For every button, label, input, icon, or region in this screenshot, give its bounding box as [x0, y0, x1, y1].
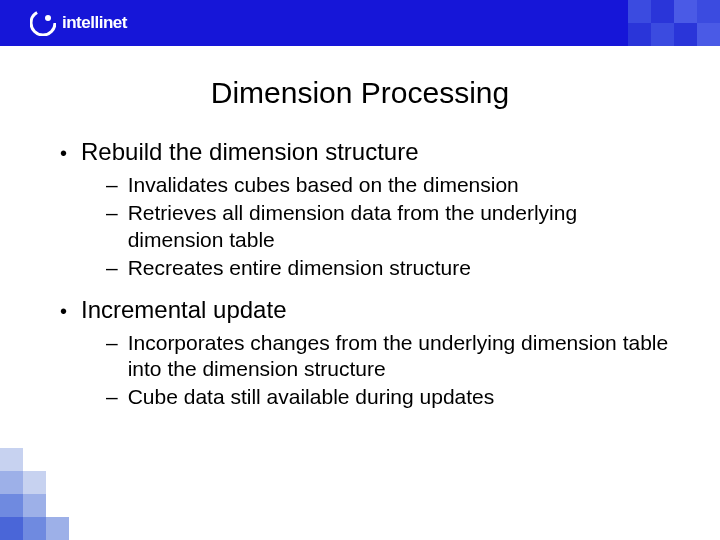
bullet-text: Rebuild the dimension structure — [81, 138, 419, 166]
bullet-level2: – Incorporates changes from the underlyi… — [106, 330, 670, 384]
bullet-text: Incremental update — [81, 296, 286, 324]
bullet-level2: – Cube data still available during updat… — [106, 384, 670, 411]
bullet-level1: • Incremental update — [60, 296, 670, 324]
sub-bullet-text: Recreates entire dimension structure — [128, 255, 670, 282]
bullet-level2: – Retrieves all dimension data from the … — [106, 200, 670, 254]
slide-content: • Rebuild the dimension structure – Inva… — [0, 138, 720, 411]
dash-icon: – — [106, 384, 118, 411]
dash-icon: – — [106, 172, 118, 199]
brand-logo: intellinet — [30, 10, 127, 36]
bullet-level2: – Invalidates cubes based on the dimensi… — [106, 172, 670, 199]
logo-swirl-icon — [30, 10, 56, 36]
header-bar: intellinet — [0, 0, 720, 46]
sub-bullet-text: Retrieves all dimension data from the un… — [128, 200, 670, 254]
bullet-dot-icon: • — [60, 300, 67, 323]
bullet-level2: – Recreates entire dimension structure — [106, 255, 670, 282]
bullet-level1: • Rebuild the dimension structure — [60, 138, 670, 166]
bullet-dot-icon: • — [60, 142, 67, 165]
brand-name: intellinet — [62, 13, 127, 33]
sub-bullet-list: – Invalidates cubes based on the dimensi… — [106, 172, 670, 282]
sub-bullet-text: Invalidates cubes based on the dimension — [128, 172, 670, 199]
slide-title: Dimension Processing — [0, 76, 720, 110]
decorative-squares-bottom-left — [0, 448, 69, 540]
sub-bullet-list: – Incorporates changes from the underlyi… — [106, 330, 670, 412]
sub-bullet-text: Cube data still available during updates — [128, 384, 670, 411]
dash-icon: – — [106, 330, 118, 384]
sub-bullet-text: Incorporates changes from the underlying… — [128, 330, 670, 384]
dash-icon: – — [106, 200, 118, 254]
svg-point-0 — [31, 11, 55, 35]
svg-point-1 — [45, 15, 51, 21]
dash-icon: – — [106, 255, 118, 282]
decorative-squares-top-right — [628, 0, 720, 46]
